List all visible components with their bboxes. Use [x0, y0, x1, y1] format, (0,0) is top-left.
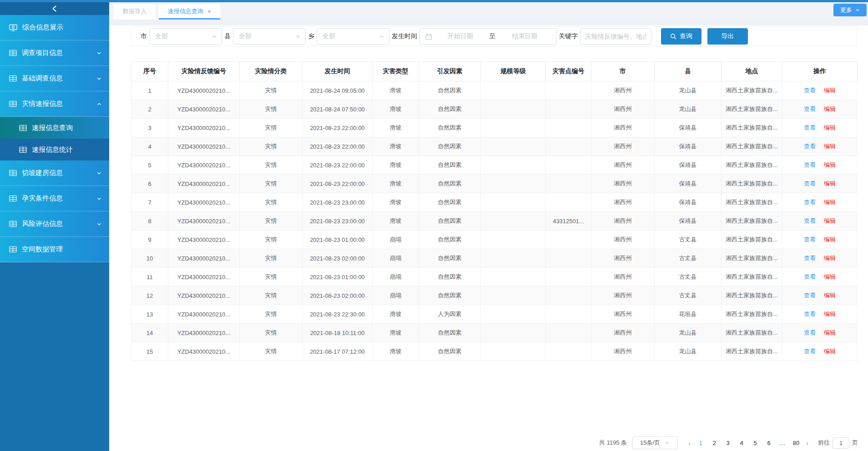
edit-link[interactable]: 编辑: [824, 311, 836, 317]
tab-item[interactable]: 速报信息查询×: [159, 5, 220, 20]
page-unit-label: 页: [852, 439, 858, 447]
view-link[interactable]: 查看: [804, 124, 816, 131]
sidebar-collapse-button[interactable]: [0, 2, 109, 15]
page-button[interactable]: 6: [762, 440, 776, 446]
view-link[interactable]: 查看: [804, 273, 816, 280]
edit-link[interactable]: 编辑: [824, 143, 836, 150]
keyword-input[interactable]: [580, 28, 651, 45]
tab-item[interactable]: 数据导入: [114, 5, 156, 20]
town-select-value: 全部: [323, 32, 379, 40]
edit-link[interactable]: 编辑: [824, 292, 836, 299]
sidebar-item[interactable]: 调查项目信息: [0, 40, 109, 66]
page-button[interactable]: 3: [721, 440, 735, 446]
export-button[interactable]: 导出: [707, 28, 748, 45]
next-page-button[interactable]: ›: [803, 439, 812, 447]
view-link[interactable]: 查看: [804, 161, 816, 168]
sidebar-item[interactable]: 综合信息展示: [0, 15, 109, 40]
table-cell: 滑坡: [373, 119, 419, 137]
prev-page-button[interactable]: ‹: [685, 439, 694, 447]
actions-cell: 查看编辑: [782, 81, 858, 100]
column-header: 市: [591, 62, 655, 81]
actions-cell: 查看编辑: [782, 137, 858, 156]
view-link[interactable]: 查看: [804, 255, 816, 261]
table-cell: 湘西土家族苗族自...: [722, 175, 782, 193]
sidebar-item[interactable]: 孕灾条件信息: [0, 186, 109, 211]
edit-link[interactable]: 编辑: [824, 161, 836, 168]
close-icon[interactable]: ×: [207, 8, 211, 15]
page-button[interactable]: 1: [694, 440, 707, 446]
edit-link[interactable]: 编辑: [824, 217, 836, 224]
town-select[interactable]: 全部: [317, 28, 389, 45]
goto-label: 前往: [818, 439, 830, 447]
edit-link[interactable]: 编辑: [824, 124, 836, 131]
table-row: 1YZD43000020210...灾情2021-08-24 09:05:00滑…: [131, 81, 858, 100]
table-cell: 湘西州: [591, 119, 655, 137]
view-link[interactable]: 查看: [804, 105, 816, 112]
sidebar-item[interactable]: 风险评估信息: [0, 211, 109, 237]
view-link[interactable]: 查看: [804, 348, 816, 355]
gap-strip: [109, 20, 868, 25]
edit-link[interactable]: 编辑: [824, 236, 836, 243]
table-cell: 灾情: [240, 175, 303, 193]
edit-link[interactable]: 编辑: [824, 329, 836, 336]
chevron-down-icon: [96, 221, 102, 227]
more-button[interactable]: 更多: [833, 4, 867, 16]
table-cell: [546, 100, 591, 119]
page-button[interactable]: 4: [735, 440, 748, 446]
table-cell: 2: [131, 100, 168, 119]
sidebar-menu: 综合信息展示调查项目信息基础调查信息灾情速报信息速报信息查询速报信息统计切坡建房…: [0, 15, 109, 262]
date-range-picker[interactable]: 开始日期 至 结束日期: [419, 28, 557, 45]
view-link[interactable]: 查看: [804, 199, 816, 205]
view-link[interactable]: 查看: [804, 292, 816, 299]
sidebar-subitem[interactable]: 速报信息查询: [0, 117, 109, 139]
view-link[interactable]: 查看: [804, 236, 816, 243]
table-row: 7YZD43000020210...灾情2021-08-23 23:00:00滑…: [131, 193, 858, 212]
table-cell: 湘西州: [591, 81, 655, 100]
page-button[interactable]: 5: [748, 440, 762, 446]
county-select[interactable]: 全部: [233, 28, 306, 45]
view-link[interactable]: 查看: [804, 143, 816, 150]
table-cell: 灾情: [240, 119, 303, 137]
edit-link[interactable]: 编辑: [824, 255, 836, 261]
view-link[interactable]: 查看: [804, 87, 816, 94]
city-select-value: 全部: [155, 32, 212, 40]
table-cell: 湘西州: [591, 249, 655, 268]
sidebar-subitem[interactable]: 速报信息统计: [0, 139, 109, 160]
table-cell: 龙山县: [655, 100, 722, 119]
edit-link[interactable]: 编辑: [824, 199, 836, 205]
table-cell: [546, 175, 591, 193]
edit-link[interactable]: 编辑: [824, 348, 836, 355]
view-link[interactable]: 查看: [804, 180, 816, 187]
table-cell: 滑坡: [373, 324, 419, 342]
sidebar-item[interactable]: 基础调查信息: [0, 66, 109, 91]
edit-link[interactable]: 编辑: [824, 105, 836, 112]
edit-link[interactable]: 编辑: [824, 87, 836, 94]
table-cell: [546, 286, 591, 305]
actions-cell: 查看编辑: [782, 193, 858, 212]
goto-page-input[interactable]: [833, 437, 849, 449]
sidebar-item[interactable]: 空间数据管理: [0, 237, 109, 262]
sidebar-item[interactable]: 灾情速报信息: [0, 91, 109, 117]
table-cell: YZD43000020210...: [168, 268, 240, 286]
table-cell: 滑坡: [373, 193, 419, 212]
view-link[interactable]: 查看: [804, 329, 816, 336]
page-list: 123456...80: [694, 440, 803, 446]
page-button[interactable]: 80: [789, 440, 803, 446]
page-button[interactable]: 2: [707, 440, 721, 446]
table-cell: 灾情: [240, 156, 303, 175]
table-cell: 保靖县: [655, 137, 722, 156]
table-cell: [481, 100, 546, 119]
page-size-select[interactable]: 15条/页: [632, 436, 678, 449]
table-cell: YZD43000020210...: [168, 156, 240, 175]
table-cell: 龙山县: [655, 342, 722, 361]
sidebar-item[interactable]: 切坡建房信息: [0, 160, 109, 186]
table-cell: YZD43000020210...: [168, 305, 240, 324]
view-link[interactable]: 查看: [804, 217, 816, 224]
edit-link[interactable]: 编辑: [824, 273, 836, 280]
query-button[interactable]: 查询: [661, 28, 701, 45]
view-link[interactable]: 查看: [804, 311, 816, 317]
edit-link[interactable]: 编辑: [824, 180, 836, 187]
city-select[interactable]: 全部: [149, 28, 222, 45]
table-cell: 自然因素: [419, 231, 481, 249]
table-cell: [546, 342, 591, 361]
